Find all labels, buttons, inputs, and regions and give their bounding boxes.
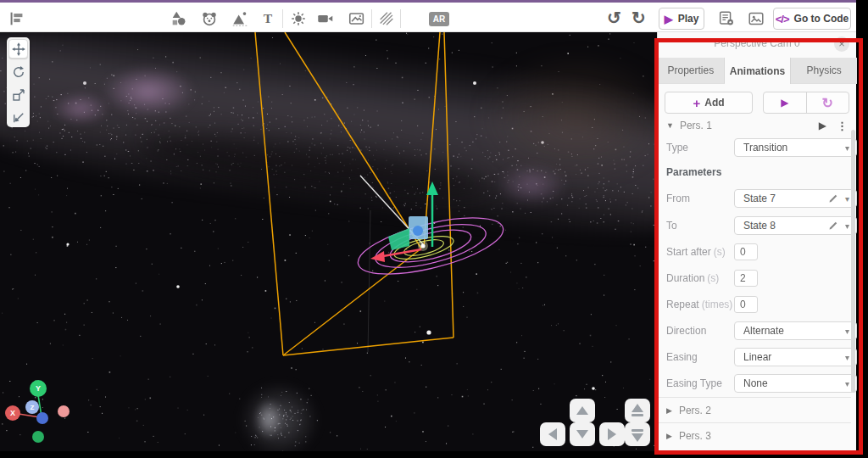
from-select[interactable]: State 7 ▾ xyxy=(734,189,857,208)
field-label: Type xyxy=(666,142,688,154)
panel-scrollbar[interactable] xyxy=(851,130,855,393)
left-arrow-icon xyxy=(548,428,557,440)
panel-title: Perspective Cam 0 xyxy=(658,32,856,56)
play-animation-icon[interactable]: ▶ xyxy=(819,120,826,131)
eject-up-icon xyxy=(632,404,643,412)
nav-ascend-button[interactable] xyxy=(625,399,650,422)
scene-settings-icon[interactable] xyxy=(716,8,737,29)
start-after-input[interactable] xyxy=(734,243,758,260)
chevron-down-icon: ▾ xyxy=(845,353,849,362)
video-camera-icon[interactable] xyxy=(315,8,336,29)
gizmo-y-negative[interactable] xyxy=(32,431,44,443)
layers-menu-icon[interactable] xyxy=(7,8,27,29)
field-label: Easing Type xyxy=(666,377,722,389)
easing-select[interactable]: Linear ▾ xyxy=(734,348,857,366)
gizmo-y-axis[interactable]: Y xyxy=(30,380,47,397)
direction-select[interactable]: Alternate ▾ xyxy=(734,321,857,340)
nav-up-button[interactable] xyxy=(570,399,595,422)
faint-guide-line xyxy=(368,210,370,352)
nav-left-button[interactable] xyxy=(540,422,565,446)
ar-icon[interactable]: AR xyxy=(426,8,452,29)
edit-pencil-icon[interactable] xyxy=(828,221,838,231)
field-label: From xyxy=(666,193,690,204)
gizmo-x-axis[interactable]: X xyxy=(5,405,20,421)
toolbar-divider xyxy=(282,9,283,28)
camera-frustum xyxy=(255,32,453,355)
field-row-from: From State 7 ▾ xyxy=(666,188,849,209)
tab-animations[interactable]: Animations xyxy=(725,58,792,84)
orbit-rings-magenta xyxy=(353,206,508,285)
ar-icon-label: AR xyxy=(429,12,449,26)
move-tool[interactable] xyxy=(8,39,28,59)
field-suffix: (s) xyxy=(714,246,726,258)
nav-descend-button[interactable] xyxy=(625,422,650,446)
panel-tabs: Properties Animations Physics xyxy=(658,58,857,84)
reset-animations-button[interactable]: ↻ xyxy=(807,92,849,113)
add-button-label: Add xyxy=(704,97,724,109)
dots-menu-icon[interactable]: ⋮ xyxy=(837,120,848,132)
chevron-down-icon: ▾ xyxy=(845,221,849,231)
play-button-label: Play xyxy=(678,13,699,25)
creature-icon[interactable] xyxy=(199,8,220,29)
origin-point xyxy=(421,244,426,249)
material-icon[interactable] xyxy=(376,8,397,29)
text-icon[interactable]: T xyxy=(258,8,278,29)
field-row-direction: Direction Alternate ▾ xyxy=(666,321,849,341)
orientation-gizmo[interactable]: Y Z X xyxy=(0,371,102,451)
shapes-icon[interactable] xyxy=(169,8,189,29)
animation-item-name: Pers. 2 xyxy=(679,405,711,416)
easing-type-select[interactable]: None ▾ xyxy=(734,374,857,393)
expand-icon: ▶ xyxy=(666,432,672,440)
animation-actions: + Add ▶ ↻ xyxy=(665,92,849,114)
tab-physics[interactable]: Physics xyxy=(791,58,857,84)
field-row-easing-type: Easing Type None ▾ xyxy=(666,373,849,394)
animation-item-pers-3[interactable]: ▶ Pers. 3 xyxy=(658,422,851,448)
field-label: Direction xyxy=(666,325,706,337)
y-axis-arrow[interactable] xyxy=(426,182,438,247)
nav-right-button[interactable] xyxy=(599,422,625,446)
nav-down-button[interactable] xyxy=(570,422,595,446)
scale-tool[interactable] xyxy=(8,85,28,104)
animation-item-pers-2[interactable]: ▶ Pers. 2 xyxy=(658,397,851,422)
screenshot-icon[interactable] xyxy=(746,8,766,29)
tab-properties[interactable]: Properties xyxy=(658,58,725,84)
light-icon[interactable] xyxy=(288,8,309,29)
eject-down-icon xyxy=(632,433,643,442)
chevron-down-icon: ▾ xyxy=(845,379,849,388)
add-animation-button[interactable]: + Add xyxy=(665,92,753,114)
animation-item-header[interactable]: ▼ Pers. 1 ▶ ⋮ xyxy=(666,117,848,134)
field-row-type: Type Transition ▾ xyxy=(666,137,849,158)
media-icon[interactable] xyxy=(347,8,367,29)
type-select[interactable]: Transition ▾ xyxy=(734,138,857,157)
field-label: Start after xyxy=(666,246,711,258)
axes-tool[interactable] xyxy=(8,108,28,127)
select-value: State 8 xyxy=(743,220,776,232)
gizmo-z-axis[interactable]: Z xyxy=(25,400,39,414)
play-button[interactable]: ▶ Play xyxy=(659,8,704,30)
select-value: None xyxy=(743,377,768,389)
play-triangle-icon: ▶ xyxy=(665,13,673,25)
right-arrow-icon xyxy=(608,428,616,440)
duration-input[interactable] xyxy=(734,270,758,287)
rotate-tool[interactable] xyxy=(8,62,28,81)
edit-pencil-icon[interactable] xyxy=(828,193,838,204)
select-value: State 7 xyxy=(743,193,776,204)
environment-icon[interactable] xyxy=(230,8,250,29)
play-all-animations-button[interactable]: ▶ xyxy=(764,92,807,113)
field-label: Duration xyxy=(666,272,704,284)
scene-viewport[interactable]: Y Z X xyxy=(0,32,657,451)
gizmo-x-negative[interactable] xyxy=(58,405,70,417)
collapse-icon[interactable]: ▼ xyxy=(666,121,674,130)
select-value: Alternate xyxy=(743,325,784,337)
to-select[interactable]: State 8 ▾ xyxy=(734,216,857,235)
svg-text:T: T xyxy=(264,11,273,25)
eject-bar xyxy=(632,414,643,416)
close-icon[interactable]: × xyxy=(834,36,849,52)
redo-icon[interactable]: ↻ xyxy=(632,8,646,28)
gizmo-y-label: Y xyxy=(36,384,41,393)
undo-icon[interactable]: ↺ xyxy=(607,8,621,28)
select-value: Transition xyxy=(743,142,787,154)
go-to-code-button[interactable]: </> Go to Code xyxy=(773,8,851,30)
gizmo-center[interactable] xyxy=(36,412,48,424)
repeat-input[interactable] xyxy=(734,296,758,313)
